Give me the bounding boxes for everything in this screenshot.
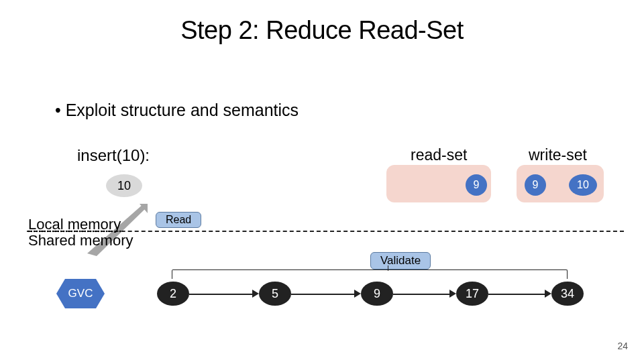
list-arrowhead-2 bbox=[354, 290, 361, 298]
list-node-2: 2 bbox=[157, 282, 189, 306]
read-label: Read bbox=[156, 212, 201, 228]
list-arrowhead-1 bbox=[252, 290, 259, 298]
insert-call-label: insert(10): bbox=[77, 146, 150, 165]
list-arrowhead-3 bbox=[449, 290, 456, 298]
validate-label: Validate bbox=[370, 252, 431, 269]
gvc-hex: GVC bbox=[56, 279, 105, 308]
list-link-4 bbox=[488, 294, 545, 295]
list-node-34: 34 bbox=[551, 282, 584, 306]
pending-node: 10 bbox=[106, 174, 142, 197]
writeset-item-10: 10 bbox=[569, 174, 597, 196]
writeset-item-9: 9 bbox=[525, 174, 546, 196]
validate-bracket bbox=[172, 269, 568, 279]
list-link-1 bbox=[189, 294, 252, 295]
list-node-9: 9 bbox=[361, 282, 393, 306]
shared-memory-label: Shared memory bbox=[28, 232, 133, 249]
list-link-3 bbox=[393, 294, 449, 295]
page-number: 24 bbox=[617, 341, 628, 351]
slide-title: Step 2: Reduce Read-Set bbox=[0, 16, 644, 45]
list-link-2 bbox=[291, 294, 354, 295]
local-memory-label: Local memory bbox=[28, 216, 121, 233]
list-arrowhead-4 bbox=[545, 290, 551, 298]
list-node-5: 5 bbox=[259, 282, 291, 306]
writeset-label: write-set bbox=[529, 146, 587, 164]
readset-label: read-set bbox=[411, 146, 467, 164]
list-node-17: 17 bbox=[456, 282, 488, 306]
bullet-exploit: • Exploit structure and semantics bbox=[55, 101, 299, 120]
readset-item-9: 9 bbox=[466, 174, 487, 196]
